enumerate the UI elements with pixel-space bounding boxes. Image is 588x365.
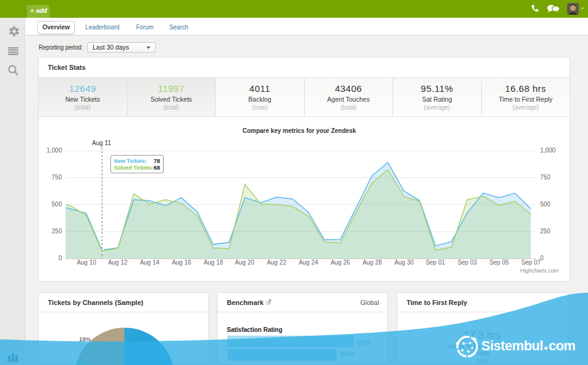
svg-text:Aug 14: Aug 14 xyxy=(140,259,159,266)
svg-text:Aug 12: Aug 12 xyxy=(108,259,128,266)
svg-text:Aug 22: Aug 22 xyxy=(267,259,286,266)
svg-text:500: 500 xyxy=(540,201,551,208)
svg-text:78: 78 xyxy=(153,157,160,164)
svg-text:New Tickets:: New Tickets: xyxy=(114,158,147,164)
svg-text:0: 0 xyxy=(58,255,62,262)
svg-text:750: 750 xyxy=(540,174,551,181)
svg-text:250: 250 xyxy=(52,228,62,235)
svg-text:250: 250 xyxy=(540,228,551,235)
svg-text:Aug 30: Aug 30 xyxy=(394,259,414,266)
svg-text:68: 68 xyxy=(153,164,160,171)
svg-text:Compare key metrics for your Z: Compare key metrics for your Zendesk xyxy=(242,127,356,134)
svg-text:Aug 24: Aug 24 xyxy=(299,259,318,266)
svg-text:19%: 19% xyxy=(79,336,91,342)
svg-text:1,000: 1,000 xyxy=(540,147,556,154)
svg-text:500: 500 xyxy=(52,201,62,208)
svg-text:Sep 01: Sep 01 xyxy=(426,259,445,266)
svg-text:Sep 03: Sep 03 xyxy=(457,259,477,266)
svg-text:750: 750 xyxy=(52,174,62,181)
svg-text:0: 0 xyxy=(540,255,544,262)
svg-text:Aug 26: Aug 26 xyxy=(330,259,350,266)
svg-text:Sep 07: Sep 07 xyxy=(521,259,541,266)
svg-text:Aug 10: Aug 10 xyxy=(77,259,96,266)
svg-text:Aug 18: Aug 18 xyxy=(204,259,223,266)
svg-text:Highcharts.com: Highcharts.com xyxy=(520,268,559,274)
svg-text:1,000: 1,000 xyxy=(47,147,62,154)
svg-text:Aug 16: Aug 16 xyxy=(172,259,191,266)
svg-text:Sep 05: Sep 05 xyxy=(489,259,509,266)
svg-text:Aug 28: Aug 28 xyxy=(362,259,382,266)
svg-text:Aug 20: Aug 20 xyxy=(235,259,254,266)
svg-text:Aug 11: Aug 11 xyxy=(92,140,111,146)
svg-text:Solved Tickets:: Solved Tickets: xyxy=(114,165,153,171)
